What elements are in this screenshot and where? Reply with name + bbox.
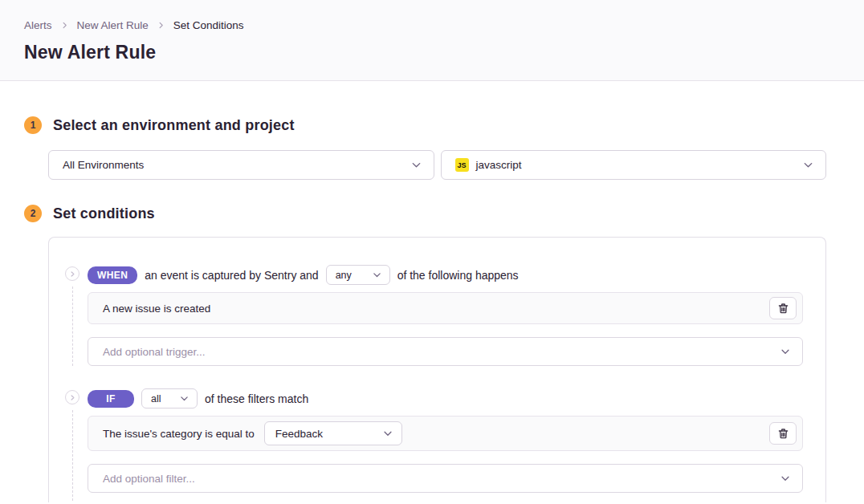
filter-condition-label: The issue's category is equal to: [103, 428, 255, 440]
main-content: 1 Select an environment and project All …: [0, 81, 864, 502]
step-1-badge: 1: [24, 116, 42, 134]
when-aggregate-value: any: [336, 270, 352, 281]
chevron-right-circle-icon[interactable]: [65, 266, 79, 281]
chevron-down-icon: [372, 270, 382, 280]
breadcrumb-alerts[interactable]: Alerts: [24, 19, 52, 31]
chevron-down-icon: [802, 159, 814, 171]
breadcrumb-separator-icon: [60, 21, 69, 30]
environment-select[interactable]: All Environments: [48, 150, 434, 180]
delete-filter-button[interactable]: [769, 422, 797, 445]
environment-select-value: All Environments: [63, 159, 144, 171]
add-optional-filter-select[interactable]: Add optional filter...: [88, 464, 803, 493]
if-section: IF all of these filters match The issue'…: [65, 388, 803, 493]
when-badge: WHEN: [88, 266, 137, 284]
chevron-down-icon: [780, 473, 791, 484]
trash-icon: [777, 303, 789, 315]
breadcrumb-separator-icon: [157, 21, 165, 30]
step-2-section: 2 Set conditions WHEN an event is captur…: [24, 205, 826, 502]
filter-value: Feedback: [275, 428, 323, 440]
project-select[interactable]: JS javascript: [441, 150, 827, 180]
connector-line: [72, 287, 73, 366]
step-2-heading: Set conditions: [53, 205, 155, 222]
filter-value-select[interactable]: Feedback: [264, 421, 402, 445]
if-badge: IF: [88, 390, 134, 408]
add-trigger-placeholder: Add optional trigger...: [103, 346, 206, 358]
js-platform-icon: JS: [455, 158, 469, 172]
step-1-heading: Select an environment and project: [53, 117, 295, 134]
filter-condition-row: The issue's category is equal to Feedbac…: [88, 416, 803, 451]
breadcrumb-set-conditions: Set Conditions: [173, 19, 244, 31]
chevron-down-icon: [780, 346, 791, 357]
add-filter-placeholder: Add optional filter...: [103, 473, 195, 485]
chevron-down-icon: [179, 393, 190, 404]
conditions-panel: WHEN an event is captured by Sentry and …: [48, 237, 826, 502]
breadcrumb: Alerts New Alert Rule Set Conditions: [24, 19, 840, 31]
connector-line: [72, 410, 73, 502]
trash-icon: [777, 428, 789, 440]
when-text-before: an event is captured by Sentry and: [145, 269, 318, 282]
breadcrumb-new-alert-rule[interactable]: New Alert Rule: [77, 19, 149, 31]
if-text-after: of these filters match: [205, 392, 308, 405]
step-2-badge: 2: [24, 205, 42, 222]
project-select-value: javascript: [476, 159, 522, 171]
trigger-condition-label: A new issue is created: [103, 303, 210, 315]
add-optional-trigger-select[interactable]: Add optional trigger...: [88, 337, 803, 366]
page-title: New Alert Rule: [24, 42, 840, 63]
if-aggregate-value: all: [151, 393, 161, 404]
chevron-down-icon: [382, 428, 393, 439]
step-1-section: 1 Select an environment and project All …: [24, 116, 826, 180]
chevron-down-icon: [410, 159, 422, 171]
delete-trigger-button[interactable]: [769, 297, 797, 319]
when-aggregate-select[interactable]: any: [326, 265, 390, 285]
page-header: Alerts New Alert Rule Set Conditions New…: [0, 0, 864, 81]
when-section: WHEN an event is captured by Sentry and …: [65, 265, 803, 388]
if-aggregate-select[interactable]: all: [141, 388, 198, 408]
trigger-condition-row: A new issue is created: [88, 292, 803, 324]
when-text-after: of the following happens: [397, 269, 519, 282]
chevron-right-circle-icon[interactable]: [65, 390, 79, 404]
